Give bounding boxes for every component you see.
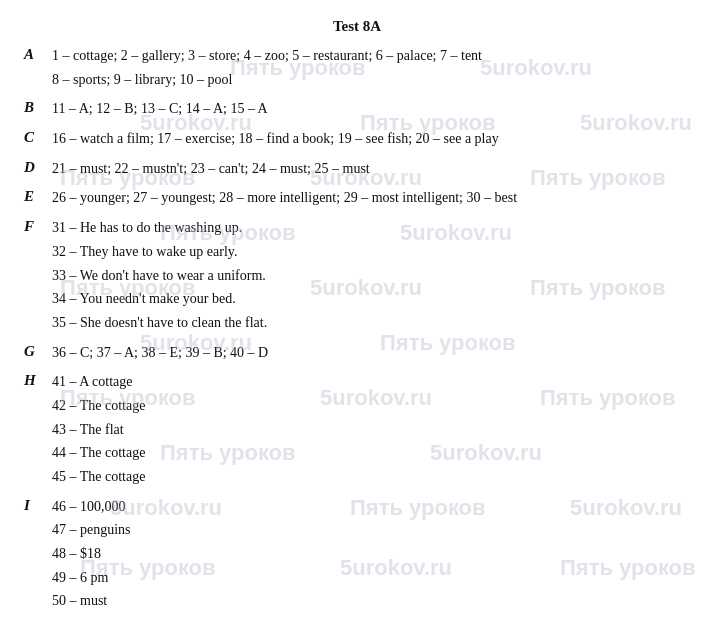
section-h: H41 – A cottage42 – The cottage43 – The … <box>24 371 690 489</box>
section-letter: A <box>24 45 52 63</box>
section-line: 36 – C; 37 – A; 38 – E; 39 – B; 40 – D <box>52 342 690 364</box>
section-content: 31 – He has to do the washing up.32 – Th… <box>52 217 690 335</box>
section-line: 50 – must <box>52 590 690 612</box>
section-e: E26 – younger; 27 – youngest; 28 – more … <box>24 187 690 211</box>
section-line: 33 – We don't have to wear a uniform. <box>52 265 690 287</box>
section-line: 26 – younger; 27 – youngest; 28 – more i… <box>52 187 690 209</box>
section-content: 21 – must; 22 – mustn't; 23 – can't; 24 … <box>52 158 690 182</box>
section-i: I46 – 100,00047 – penguins48 – $1849 – 6… <box>24 496 690 614</box>
section-content: 16 – watch a film; 17 – exercise; 18 – f… <box>52 128 690 152</box>
section-letter: I <box>24 496 52 514</box>
section-content: 46 – 100,00047 – penguins48 – $1849 – 6 … <box>52 496 690 614</box>
section-c: C16 – watch a film; 17 – exercise; 18 – … <box>24 128 690 152</box>
section-line: 35 – She doesn't have to clean the flat. <box>52 312 690 334</box>
section-line: 48 – $18 <box>52 543 690 565</box>
section-line: 8 – sports; 9 – library; 10 – pool <box>52 69 690 91</box>
section-letter: E <box>24 187 52 205</box>
section-letter: C <box>24 128 52 146</box>
section-content: 41 – A cottage42 – The cottage43 – The f… <box>52 371 690 489</box>
section-line: 34 – You needn't make your bed. <box>52 288 690 310</box>
section-line: 41 – A cottage <box>52 371 690 393</box>
section-b: B11 – A; 12 – B; 13 – C; 14 – A; 15 – A <box>24 98 690 122</box>
section-f: F31 – He has to do the washing up.32 – T… <box>24 217 690 335</box>
section-content: 36 – C; 37 – A; 38 – E; 39 – B; 40 – D <box>52 342 690 366</box>
section-d: D21 – must; 22 – mustn't; 23 – can't; 24… <box>24 158 690 182</box>
section-line: 49 – 6 pm <box>52 567 690 589</box>
section-line: 31 – He has to do the washing up. <box>52 217 690 239</box>
section-line: 1 – cottage; 2 – gallery; 3 – store; 4 –… <box>52 45 690 67</box>
section-line: 47 – penguins <box>52 519 690 541</box>
section-g: G36 – C; 37 – A; 38 – E; 39 – B; 40 – D <box>24 342 690 366</box>
section-line: 11 – A; 12 – B; 13 – C; 14 – A; 15 – A <box>52 98 690 120</box>
section-content: 11 – A; 12 – B; 13 – C; 14 – A; 15 – A <box>52 98 690 122</box>
section-line: 16 – watch a film; 17 – exercise; 18 – f… <box>52 128 690 150</box>
section-line: 21 – must; 22 – mustn't; 23 – can't; 24 … <box>52 158 690 180</box>
section-letter: F <box>24 217 52 235</box>
page-title: Test 8A <box>24 18 690 35</box>
section-line: 43 – The flat <box>52 419 690 441</box>
section-letter: G <box>24 342 52 360</box>
section-line: 46 – 100,000 <box>52 496 690 518</box>
sections-container: A1 – cottage; 2 – gallery; 3 – store; 4 … <box>24 45 690 614</box>
section-a: A1 – cottage; 2 – gallery; 3 – store; 4 … <box>24 45 690 92</box>
section-line: 32 – They have to wake up early. <box>52 241 690 263</box>
section-line: 42 – The cottage <box>52 395 690 417</box>
section-line: 44 – The cottage <box>52 442 690 464</box>
section-letter: B <box>24 98 52 116</box>
section-content: 1 – cottage; 2 – gallery; 3 – store; 4 –… <box>52 45 690 92</box>
section-letter: D <box>24 158 52 176</box>
page: Test 8A A1 – cottage; 2 – gallery; 3 – s… <box>0 0 714 620</box>
section-line: 45 – The cottage <box>52 466 690 488</box>
section-content: 26 – younger; 27 – youngest; 28 – more i… <box>52 187 690 211</box>
section-letter: H <box>24 371 52 389</box>
